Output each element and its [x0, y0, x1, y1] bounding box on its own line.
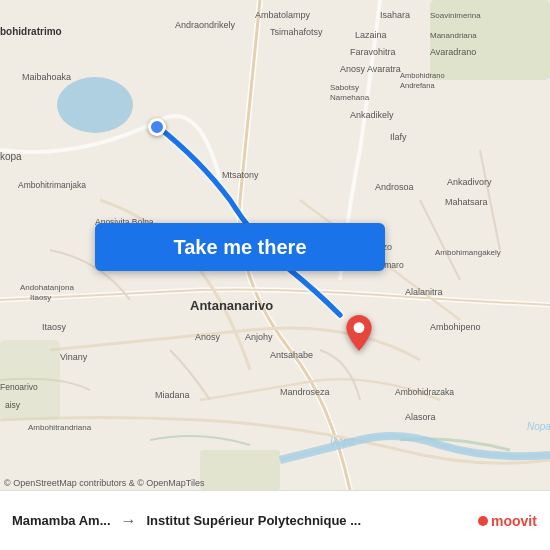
- svg-text:Faravohitra: Faravohitra: [350, 47, 396, 57]
- svg-text:Ambohimangakely: Ambohimangakely: [435, 248, 501, 257]
- svg-text:Ambohitrandriana: Ambohitrandriana: [28, 423, 92, 432]
- svg-text:Ambatolampy: Ambatolampy: [255, 10, 311, 20]
- svg-rect-4: [200, 450, 280, 490]
- svg-text:Fenoarivo: Fenoarivo: [0, 382, 38, 392]
- svg-text:Lazaina: Lazaina: [355, 30, 387, 40]
- map: Andraondrikely Ambatolampy Tsimahafotsy …: [0, 0, 550, 490]
- arrow-icon: →: [121, 512, 137, 530]
- svg-text:Ambohitrimanjaka: Ambohitrimanjaka: [18, 180, 86, 190]
- svg-text:Ambohidrazaka: Ambohidrazaka: [395, 387, 454, 397]
- svg-text:Nopa: Nopa: [527, 421, 550, 432]
- svg-text:Manandriana: Manandriana: [430, 31, 477, 40]
- svg-text:Itaosy: Itaosy: [42, 322, 67, 332]
- svg-text:aisy: aisy: [5, 400, 21, 410]
- svg-text:Mtsatony: Mtsatony: [222, 170, 259, 180]
- svg-text:Itaosy: Itaosy: [30, 293, 51, 302]
- svg-text:Miadana: Miadana: [155, 390, 190, 400]
- svg-text:Andohatanjona: Andohatanjona: [20, 283, 74, 292]
- svg-point-1: [57, 77, 133, 133]
- origin-pin: [148, 118, 166, 136]
- svg-text:Maibahoaka: Maibahoaka: [22, 72, 71, 82]
- svg-text:Alalanitra: Alalanitra: [405, 287, 443, 297]
- svg-text:Antananarivo: Antananarivo: [190, 298, 273, 313]
- svg-text:Ambohipeno: Ambohipeno: [430, 322, 481, 332]
- bottom-bar: Mamamba Am... → Institut Supérieur Polyt…: [0, 490, 550, 550]
- svg-text:Soavinimerina: Soavinimerina: [430, 11, 481, 20]
- svg-text:moovit: moovit: [491, 513, 537, 529]
- svg-text:Ambohidrano: Ambohidrano: [400, 71, 445, 80]
- svg-text:Isahara: Isahara: [380, 10, 410, 20]
- svg-text:Tsimahafotsy: Tsimahafotsy: [270, 27, 323, 37]
- svg-text:Mandroseza: Mandroseza: [280, 387, 330, 397]
- destination-label: Institut Supérieur Polytechnique ...: [147, 513, 469, 528]
- svg-text:Mahatsara: Mahatsara: [445, 197, 488, 207]
- svg-text:Vinany: Vinany: [60, 352, 88, 362]
- svg-point-55: [478, 516, 488, 526]
- svg-text:Ilafy: Ilafy: [390, 132, 407, 142]
- take-me-there-button[interactable]: Take me there: [95, 223, 385, 271]
- svg-text:Avaradrano: Avaradrano: [430, 47, 476, 57]
- svg-text:Ankadikely: Ankadikely: [350, 110, 394, 120]
- svg-text:Andraondrikely: Andraondrikely: [175, 20, 236, 30]
- map-attribution: © OpenStreetMap contributors & © OpenMap…: [4, 478, 205, 488]
- svg-text:Sabotsy: Sabotsy: [330, 83, 359, 92]
- svg-text:Ankadivory: Ankadivory: [447, 177, 492, 187]
- svg-text:Androsoa: Androsoa: [375, 182, 414, 192]
- svg-text:Namehana: Namehana: [330, 93, 370, 102]
- svg-text:kopa: kopa: [0, 151, 22, 162]
- origin-label: Mamamba Am...: [12, 513, 111, 528]
- svg-text:Antsahabe: Antsahabe: [270, 350, 313, 360]
- destination-pin: [345, 315, 373, 355]
- svg-text:Anjohy: Anjohy: [245, 332, 273, 342]
- svg-text:bohidratrimo: bohidratrimo: [0, 26, 62, 37]
- svg-text:Andrefana: Andrefana: [400, 81, 435, 90]
- svg-text:Alasora: Alasora: [405, 412, 436, 422]
- svg-point-54: [354, 322, 365, 333]
- svg-text:Anosy Avaratra: Anosy Avaratra: [340, 64, 401, 74]
- moovit-logo: moovit: [478, 509, 538, 533]
- svg-text:Anosy: Anosy: [195, 332, 221, 342]
